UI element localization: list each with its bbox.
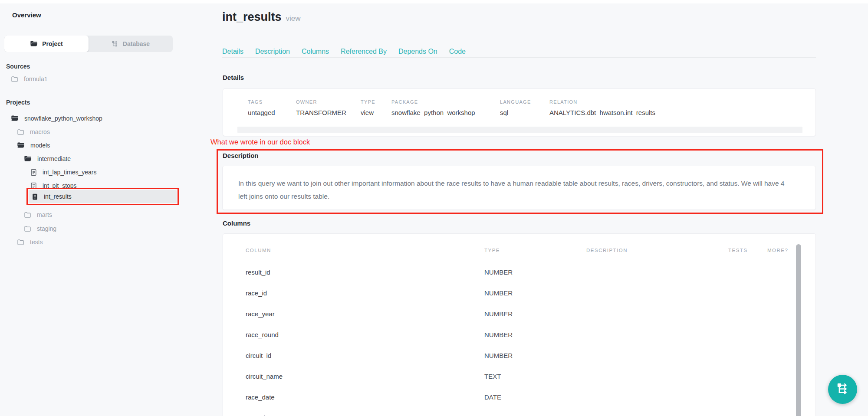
tab-depends-on[interactable]: Depends On	[398, 48, 437, 56]
description-heading: Description	[223, 152, 259, 159]
details-card: TAGS untagged OWNER TRANSFORMER TYPE vie…	[223, 88, 816, 136]
annotation-doc-block-label: What we wrote in our doc block	[210, 138, 310, 146]
field-value: view	[361, 109, 391, 116]
field-value: TRANSFORMER	[296, 109, 361, 116]
details-fields: TAGS untagged OWNER TRANSFORMER TYPE vie…	[223, 89, 815, 116]
column-type-cell: NUMBER	[484, 352, 586, 359]
field-label: RELATION	[549, 99, 815, 105]
table-row-circuit_name[interactable]: circuit_name TEXT	[223, 366, 815, 387]
description-annotation-box: Description In this query we want to joi…	[217, 149, 823, 214]
column-name-cell: circuit_id	[246, 352, 484, 359]
column-name-cell: race_round	[246, 331, 484, 338]
column-type-cell: NUMBER	[484, 269, 586, 276]
column-type-cell: TIME	[484, 414, 586, 416]
model-name: int_results	[222, 10, 282, 23]
top-edge-strip	[0, 0, 868, 3]
description-card: In this query we want to join out other …	[222, 166, 816, 210]
field-label: TAGS	[248, 99, 296, 105]
column-name-cell: race_id	[246, 289, 484, 297]
column-type-cell: NUMBER	[484, 310, 586, 318]
field-language: LANGUAGE sql	[500, 99, 549, 116]
table-scrollbar[interactable]	[796, 244, 801, 416]
type-header: TYPE	[484, 248, 586, 253]
details-collapsed-row	[237, 127, 802, 133]
details-heading: Details	[223, 74, 244, 81]
column-name-cell: race_year	[246, 310, 484, 318]
column-type-cell: DATE	[484, 393, 586, 401]
field-value: untagged	[248, 109, 296, 116]
model-type-label: view	[286, 14, 301, 23]
page-title: int_resultsview	[222, 10, 301, 24]
table-row-race_date[interactable]: race_date DATE	[223, 387, 815, 407]
column-type-cell: TEXT	[484, 373, 586, 380]
description-text: In this query we want to join out other …	[223, 166, 806, 203]
field-label: PACKAGE	[391, 99, 500, 105]
table-row-circuit_id[interactable]: circuit_id NUMBER	[223, 345, 815, 366]
column-name-cell: race_time	[246, 414, 484, 416]
field-value: snowflake_python_workshop	[391, 109, 500, 116]
column-type-cell: NUMBER	[484, 331, 586, 338]
tab-code[interactable]: Code	[449, 48, 466, 56]
field-owner: OWNER TRANSFORMER	[296, 99, 361, 116]
description-header: DESCRIPTION	[586, 248, 728, 253]
table-row-race_year[interactable]: race_year NUMBER	[223, 303, 815, 324]
more-header: MORE?	[767, 248, 815, 253]
columns-heading: Columns	[223, 219, 250, 227]
tab-details[interactable]: Details	[222, 48, 243, 56]
columns-table-body: result_id NUMBER race_id NUMBER race_yea…	[223, 262, 815, 416]
field-label: TYPE	[361, 99, 391, 105]
columns-card: COLUMN TYPE DESCRIPTION TESTS MORE? resu…	[223, 233, 816, 416]
table-row-result_id[interactable]: result_id NUMBER	[223, 262, 815, 282]
tests-header: TESTS	[728, 248, 767, 253]
field-package: PACKAGE snowflake_python_workshop	[391, 99, 500, 116]
table-row-race_round[interactable]: race_round NUMBER	[223, 324, 815, 345]
column-header: COLUMN	[246, 248, 484, 253]
table-row-race_time[interactable]: race_time TIME	[223, 407, 815, 416]
tab-description[interactable]: Description	[255, 48, 290, 56]
main-content: int_resultsview Details Description Colu…	[0, 3, 868, 416]
column-name-cell: circuit_name	[246, 373, 484, 380]
lineage-graph-button[interactable]	[828, 375, 857, 404]
tab-columns[interactable]: Columns	[302, 48, 329, 56]
field-tags: TAGS untagged	[248, 99, 296, 116]
tabs-divider	[222, 57, 816, 58]
field-relation: RELATION ANALYTICS.dbt_hwatson.int_resul…	[549, 99, 815, 116]
column-name-cell: result_id	[246, 269, 484, 276]
dbt-docs-page: Overview Project	[0, 0, 868, 416]
column-name-cell: race_date	[246, 393, 484, 401]
model-tabs: Details Description Columns Referenced B…	[222, 48, 466, 56]
columns-table-header: COLUMN TYPE DESCRIPTION TESTS MORE?	[223, 246, 815, 255]
tab-referenced-by[interactable]: Referenced By	[341, 48, 387, 56]
field-label: OWNER	[296, 99, 361, 105]
field-type: TYPE view	[361, 99, 391, 116]
lineage-graph-icon	[836, 382, 849, 396]
field-value: sql	[500, 109, 549, 116]
field-label: LANGUAGE	[500, 99, 549, 105]
column-type-cell: NUMBER	[484, 289, 586, 297]
table-row-race_id[interactable]: race_id NUMBER	[223, 282, 815, 303]
field-value: ANALYTICS.dbt_hwatson.int_results	[549, 109, 815, 116]
